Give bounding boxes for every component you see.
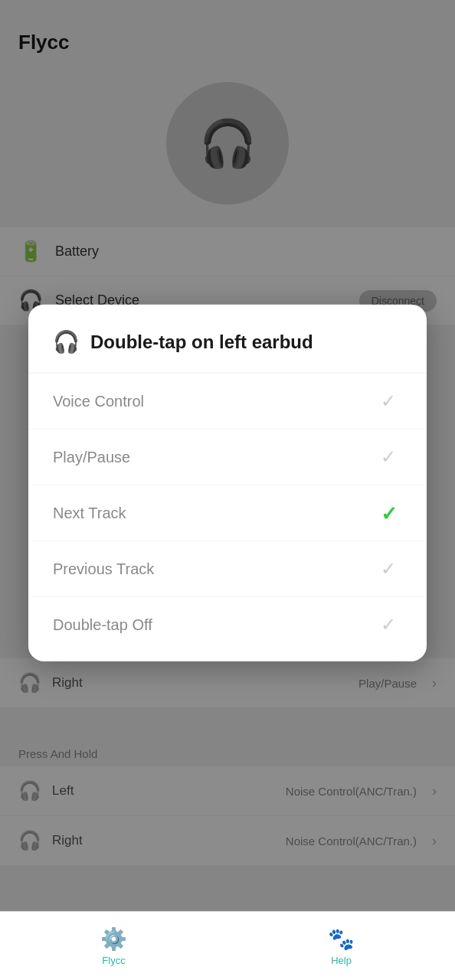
bottom-navigation: ⚙️ Flycc 🐾 Help bbox=[0, 911, 455, 980]
option-label-3: Previous Track bbox=[53, 560, 154, 577]
option-label-4: Double-tap Off bbox=[53, 616, 152, 633]
option-check-4 bbox=[381, 614, 402, 635]
option-check-1 bbox=[381, 446, 402, 468]
modal-earbud-icon: 🎧 bbox=[53, 329, 80, 354]
modal-header: 🎧 Double-tap on left earbud bbox=[28, 329, 427, 374]
option-label-0: Voice Control bbox=[53, 392, 144, 410]
modal-option-4[interactable]: Double-tap Off bbox=[28, 597, 427, 652]
modal-option-3[interactable]: Previous Track bbox=[28, 541, 427, 597]
help-nav-label: Help bbox=[331, 955, 352, 966]
option-check-2 bbox=[381, 502, 402, 524]
modal-option-0[interactable]: Voice Control bbox=[28, 374, 427, 430]
nav-item-help[interactable]: 🐾 Help bbox=[228, 912, 455, 980]
double-tap-modal: 🎧 Double-tap on left earbud Voice Contro… bbox=[28, 305, 427, 662]
modal-option-1[interactable]: Play/Pause bbox=[28, 430, 427, 485]
modal-options-list: Voice ControlPlay/PauseNext TrackPreviou… bbox=[28, 374, 427, 652]
option-check-0 bbox=[381, 390, 402, 412]
help-nav-icon: 🐾 bbox=[328, 926, 355, 952]
modal-title: Double-tap on left earbud bbox=[90, 331, 313, 352]
option-label-2: Next Track bbox=[53, 504, 126, 521]
option-check-3 bbox=[381, 558, 402, 580]
modal-option-2[interactable]: Next Track bbox=[28, 485, 427, 541]
flycc-nav-icon: ⚙️ bbox=[100, 926, 127, 952]
option-label-1: Play/Pause bbox=[53, 448, 130, 466]
flycc-nav-label: Flycc bbox=[102, 955, 125, 966]
nav-item-flycc[interactable]: ⚙️ Flycc bbox=[0, 912, 228, 980]
